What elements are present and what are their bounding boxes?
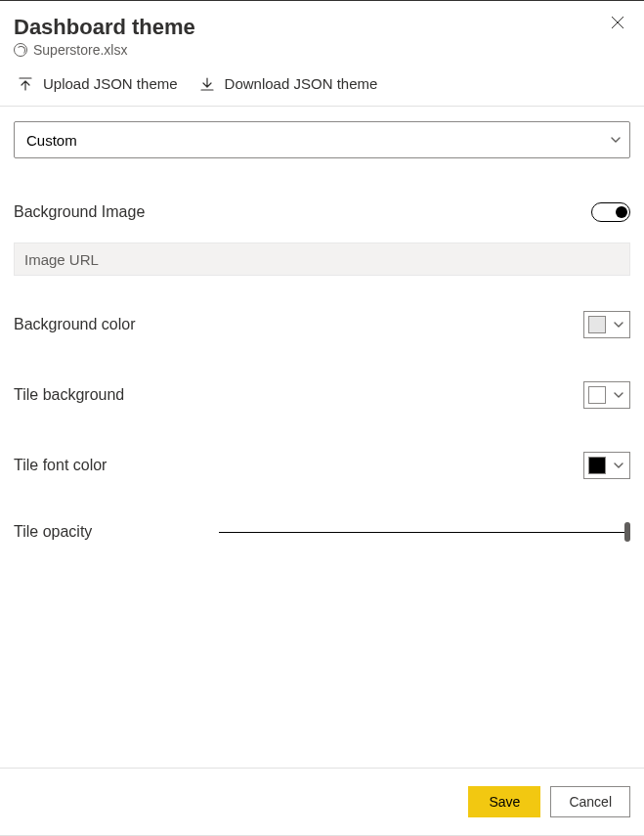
close-button[interactable] bbox=[609, 15, 626, 32]
upload-json-button[interactable]: Upload JSON theme bbox=[18, 75, 178, 92]
tile-opacity-slider[interactable] bbox=[219, 522, 630, 542]
background-image-row: Background Image bbox=[14, 198, 630, 227]
background-image-label: Background Image bbox=[14, 203, 145, 221]
dialog-subtitle-row: Superstore.xlsx bbox=[14, 42, 630, 58]
dialog-content: Background Image Background color Tile b… bbox=[0, 107, 644, 768]
slider-track bbox=[219, 532, 630, 533]
dialog-title: Dashboard theme bbox=[14, 15, 630, 40]
chevron-down-icon bbox=[614, 462, 623, 468]
background-color-label: Background color bbox=[14, 316, 136, 333]
tile-background-label: Tile background bbox=[14, 386, 124, 404]
chevron-down-icon bbox=[614, 322, 623, 328]
dialog-footer: Save Cancel bbox=[0, 768, 644, 835]
tile-background-row: Tile background bbox=[14, 381, 630, 409]
save-button[interactable]: Save bbox=[468, 786, 540, 817]
toggle-knob bbox=[616, 206, 627, 218]
download-json-label: Download JSON theme bbox=[225, 75, 378, 92]
background-color-row: Background color bbox=[14, 311, 630, 338]
dialog-header: Dashboard theme Superstore.xlsx bbox=[0, 1, 644, 58]
tile-background-picker[interactable] bbox=[583, 381, 630, 409]
upload-json-label: Upload JSON theme bbox=[43, 75, 178, 92]
download-icon bbox=[199, 76, 215, 92]
image-url-input[interactable] bbox=[14, 242, 630, 276]
tile-opacity-label: Tile opacity bbox=[14, 523, 199, 541]
download-json-button[interactable]: Download JSON theme bbox=[199, 75, 378, 92]
workspace-icon bbox=[14, 43, 27, 57]
tile-font-color-row: Tile font color bbox=[14, 452, 630, 479]
cancel-button[interactable]: Cancel bbox=[550, 786, 630, 817]
tile-opacity-row: Tile opacity bbox=[14, 522, 630, 542]
theme-select[interactable] bbox=[14, 121, 630, 158]
theme-select-wrap bbox=[14, 121, 630, 158]
tile-font-color-label: Tile font color bbox=[14, 457, 107, 474]
tile-font-color-picker[interactable] bbox=[583, 452, 630, 479]
background-color-picker[interactable] bbox=[583, 311, 630, 338]
tile-font-color-swatch bbox=[588, 457, 606, 474]
toolbar: Upload JSON theme Download JSON theme bbox=[0, 58, 644, 107]
background-image-toggle[interactable] bbox=[591, 202, 630, 222]
close-icon bbox=[610, 15, 625, 30]
chevron-down-icon bbox=[614, 392, 623, 398]
slider-thumb[interactable] bbox=[624, 522, 630, 542]
dataset-name: Superstore.xlsx bbox=[33, 42, 127, 58]
upload-icon bbox=[18, 76, 33, 92]
background-color-swatch bbox=[588, 316, 606, 333]
tile-background-swatch bbox=[588, 386, 606, 404]
